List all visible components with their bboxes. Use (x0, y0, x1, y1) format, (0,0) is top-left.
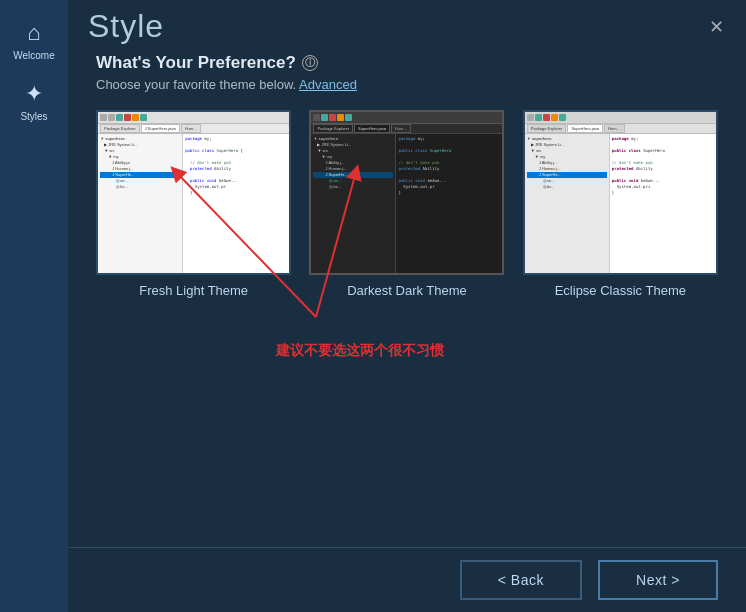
pkg-explorer-dark: ▼ superhero ▶ JRE System Li... ▼ src ▼ m… (311, 134, 396, 273)
sidebar-item-welcome[interactable]: ⌂ Welcome (0, 10, 68, 71)
content-area: What's Your Preference? ⓘ Choose your fa… (68, 53, 746, 547)
theme-label-eclipse-classic: Eclipse Classic Theme (555, 283, 686, 298)
hero-tab-d: SuperHero.java (354, 124, 390, 133)
hum-tab-d: Hum… (391, 124, 411, 133)
next-button[interactable]: Next > (598, 560, 718, 600)
main-panel: Style ✕ What's Your Preference? ⓘ Choose… (68, 0, 746, 612)
pkg-explorer-light: ▼ superhero ▶ JRE System Li... ▼ src ▼ m… (98, 134, 183, 273)
tb-btn-dg (321, 114, 328, 121)
tb-btn-er (543, 114, 550, 121)
code-area-dark: package my; public class SuperHero // do… (396, 134, 502, 273)
sidebar-item-styles[interactable]: ✦ Styles (0, 71, 68, 132)
hum-tab: Hum… (181, 124, 201, 133)
tb-btn-dg2 (345, 114, 352, 121)
preference-subtitle: Choose your favorite theme below. Advanc… (96, 77, 718, 92)
preference-title: What's Your Preference? ⓘ (96, 53, 718, 73)
tb-btn-e (527, 114, 534, 121)
themes-row: Package Explorer J SuperHero.java Hum… ▼… (96, 110, 718, 298)
sidebar-styles-label: Styles (20, 111, 47, 122)
ide-split-eclipse: ▼ superhero ▶ JRE System Li... ▼ src ▼ m… (525, 134, 716, 273)
tb-btn-red (124, 114, 131, 121)
theme-card-eclipse-classic[interactable]: Package Explorer SuperHero.java Hum… ▼ s… (523, 110, 718, 298)
annotation-area: 建议不要选这两个很不习惯 (96, 312, 718, 392)
pkg-explorer-eclipse: ▼ superhero ▶ JRE System Li... ▼ src ▼ m… (525, 134, 610, 273)
theme-label-fresh-light: Fresh Light Theme (139, 283, 248, 298)
welcome-icon: ⌂ (27, 20, 40, 46)
ide-tabs-eclipse: Package Explorer SuperHero.java Hum… (525, 124, 716, 134)
page-title: Style (88, 8, 164, 45)
tb-btn-eo (551, 114, 558, 121)
theme-preview-eclipse-classic: Package Explorer SuperHero.java Hum… ▼ s… (523, 110, 718, 275)
ide-toolbar-light (98, 112, 289, 124)
advanced-link[interactable]: Advanced (299, 77, 357, 92)
annotation-text: 建议不要选这两个很不习惯 (276, 342, 444, 360)
header-bar: Style ✕ (68, 0, 746, 53)
ide-split-light: ▼ superhero ▶ JRE System Li... ▼ src ▼ m… (98, 134, 289, 273)
tb-btn (100, 114, 107, 121)
tb-btn-eg (535, 114, 542, 121)
ide-toolbar-dark (311, 112, 502, 124)
info-icon[interactable]: ⓘ (302, 55, 318, 71)
pkg-tab-d: Package Explorer (313, 124, 353, 133)
tb-btn-dr (329, 114, 336, 121)
tb-btn-d (313, 114, 320, 121)
back-button[interactable]: < Back (460, 560, 582, 600)
hero-tab-e: SuperHero.java (567, 124, 603, 133)
theme-preview-fresh-light: Package Explorer J SuperHero.java Hum… ▼… (96, 110, 291, 275)
tb-btn-green (116, 114, 123, 121)
code-area-eclipse: package my; public class SuperHero // do… (610, 134, 716, 273)
ide-tabs-light: Package Explorer J SuperHero.java Hum… (98, 124, 289, 134)
tb-btn (108, 114, 115, 121)
ide-toolbar-eclipse (525, 112, 716, 124)
styles-icon: ✦ (25, 81, 43, 107)
ide-content-light: Package Explorer J SuperHero.java Hum… ▼… (98, 124, 289, 273)
theme-preview-darkest-dark: Package Explorer SuperHero.java Hum… ▼ s… (309, 110, 504, 275)
pkg-tab: Package Explorer (100, 124, 140, 133)
close-button[interactable]: ✕ (702, 13, 730, 41)
theme-label-darkest-dark: Darkest Dark Theme (347, 283, 467, 298)
ide-wrap-eclipse: Package Explorer SuperHero.java Hum… ▼ s… (525, 124, 716, 273)
theme-card-fresh-light[interactable]: Package Explorer J SuperHero.java Hum… ▼… (96, 110, 291, 298)
hero-tab: J SuperHero.java (141, 124, 180, 133)
ide-tabs-dark: Package Explorer SuperHero.java Hum… (311, 124, 502, 134)
pkg-tab-e: Package Explorer (527, 124, 567, 133)
ide-split-dark: ▼ superhero ▶ JRE System Li... ▼ src ▼ m… (311, 134, 502, 273)
tb-btn-orange (132, 114, 139, 121)
sidebar: ⌂ Welcome ✦ Styles (0, 0, 68, 612)
theme-card-darkest-dark[interactable]: Package Explorer SuperHero.java Hum… ▼ s… (309, 110, 504, 298)
code-area-light: package my; public class SuperHero { // … (183, 134, 289, 273)
hum-tab-e: Hum… (604, 124, 624, 133)
sidebar-welcome-label: Welcome (13, 50, 55, 61)
ide-wrap-dark: Package Explorer SuperHero.java Hum… ▼ s… (311, 124, 502, 273)
footer: < Back Next > (68, 547, 746, 612)
tb-btn-do (337, 114, 344, 121)
tb-btn-g2 (140, 114, 147, 121)
tb-btn-eg2 (559, 114, 566, 121)
